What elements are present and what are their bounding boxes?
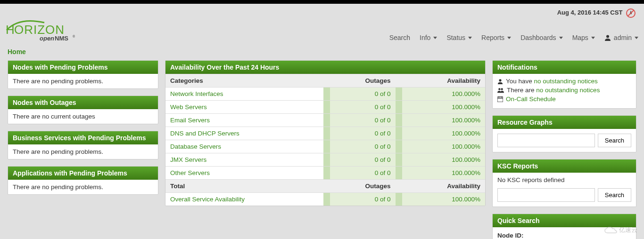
notif-you-link[interactable]: no outstanding notices <box>534 78 598 85</box>
panel-body: There are no current outages <box>8 109 158 124</box>
nav-reports[interactable]: Reports <box>481 34 511 41</box>
nav-maps[interactable]: Maps <box>572 34 595 41</box>
overall-link[interactable]: Overall Service Availability <box>170 196 245 203</box>
nav-admin[interactable]: admin <box>604 34 638 41</box>
overall-outages: 0 of 0 <box>330 193 395 206</box>
logo[interactable]: H ORIZON open NMS ® <box>6 20 81 41</box>
total-label: Total <box>165 180 323 193</box>
panel-availability: Availability Over the Past 24 Hours Cate… <box>165 60 486 206</box>
category-link[interactable]: DNS and DHCP Servers <box>170 130 239 137</box>
svg-text:®: ® <box>73 35 75 38</box>
col-outages: Outages <box>323 74 395 88</box>
chevron-down-icon <box>468 37 472 39</box>
panel-ksc: KSC Reports No KSC reports defined Searc… <box>492 159 636 207</box>
oncall-link[interactable]: On-Call Schedule <box>506 96 556 103</box>
header-datetime-row: Aug 4, 2016 14:45 CST <box>6 7 638 20</box>
chevron-down-icon <box>507 37 511 39</box>
nav-reports-label: Reports <box>481 34 504 41</box>
notif-you-prefix: You have <box>506 78 534 85</box>
category-link[interactable]: Email Servers <box>170 117 210 124</box>
panel-title: Nodes with Outages <box>8 96 158 109</box>
ksc-body: No KSC reports defined <box>493 173 636 183</box>
category-link[interactable]: Web Servers <box>170 104 207 111</box>
category-link[interactable]: Other Servers <box>170 169 210 176</box>
nav-dashboards-label: Dashboards <box>520 34 556 41</box>
chevron-down-icon <box>433 37 437 39</box>
table-total-row: Total Outages Availability <box>165 180 485 193</box>
availability-table: Categories Outages Availability Network … <box>165 74 485 206</box>
category-link[interactable]: JMX Servers <box>170 156 206 163</box>
table-header-row: Categories Outages Availability <box>165 74 485 88</box>
category-link[interactable]: Database Servers <box>170 143 221 150</box>
right-column: Notifications You have no outstanding no… <box>492 60 636 239</box>
nav-info[interactable]: Info <box>420 34 437 41</box>
category-link[interactable]: Network Interfaces <box>170 90 223 97</box>
table-overall-row: Overall Service Availability 0 of 0 100.… <box>165 193 485 206</box>
panel-title: Nodes with Pending Problems <box>8 61 158 74</box>
svg-point-10 <box>501 88 503 90</box>
avail-cell: 100.000% <box>402 88 485 100</box>
svg-text:H: H <box>6 23 15 37</box>
panel-resource-graphs: Resource Graphs Search <box>492 115 636 152</box>
avail-cell: 100.000% <box>402 153 485 166</box>
chevron-down-icon <box>591 37 595 39</box>
svg-point-8 <box>499 79 501 81</box>
nav-admin-label: admin <box>614 34 632 41</box>
header: Aug 4, 2016 14:45 CST H ORIZON open NMS … <box>0 4 644 45</box>
calendar-icon <box>497 96 503 102</box>
total-availability: Availability <box>396 180 485 193</box>
resource-graphs-search-button[interactable]: Search <box>598 134 631 147</box>
datetime-text: Aug 4, 2016 14:45 CST <box>557 9 623 16</box>
outages-cell: 0 of 0 <box>330 167 395 179</box>
nav-maps-label: Maps <box>572 34 588 41</box>
avail-cell: 100.000% <box>402 114 485 127</box>
outages-cell: 0 of 0 <box>330 127 395 140</box>
nav-search-label: Search <box>389 34 410 41</box>
svg-rect-11 <box>497 97 503 102</box>
chevron-down-icon <box>559 37 563 39</box>
notif-oncall-line: On-Call Schedule <box>497 96 631 103</box>
notif-there-prefix: There are <box>507 87 536 94</box>
outages-cell: 0 of 0 <box>330 114 395 127</box>
notif-there-line: There are no outstanding notices <box>497 87 631 94</box>
svg-text:NMS: NMS <box>55 35 68 41</box>
panel-notifications: Notifications You have no outstanding no… <box>492 60 636 109</box>
center-column: Availability Over the Past 24 Hours Cate… <box>165 60 486 206</box>
breadcrumb: Home <box>0 45 644 60</box>
user-icon <box>497 79 503 84</box>
panel-title: Notifications <box>493 61 636 74</box>
overall-avail: 100.000% <box>402 193 485 206</box>
window-top-bar <box>0 0 644 4</box>
ksc-input[interactable] <box>497 188 595 202</box>
table-row: Other Servers 0 of 0 100.000% <box>165 167 485 180</box>
left-column: Nodes with Pending Problems There are no… <box>8 60 158 195</box>
breadcrumb-home[interactable]: Home <box>8 48 26 56</box>
panel-apps-pending: Applications with Pending Problems There… <box>8 166 158 195</box>
panel-title: Resource Graphs <box>493 116 636 129</box>
nav-menu: Search Info Status Reports Dashboards Ma… <box>389 34 638 41</box>
panel-body: There are no pending problems. <box>8 144 158 159</box>
nav-status[interactable]: Status <box>446 34 472 41</box>
outages-cell: 0 of 0 <box>330 88 395 100</box>
nav-search[interactable]: Search <box>389 34 410 41</box>
table-row: DNS and DHCP Servers 0 of 0 100.000% <box>165 127 485 140</box>
avail-cell: 100.000% <box>402 167 485 179</box>
panel-body: There are no pending problems. <box>8 74 158 88</box>
notif-you-line: You have no outstanding notices <box>497 78 631 85</box>
table-row: Web Servers 0 of 0 100.000% <box>165 101 485 114</box>
users-icon <box>497 88 504 93</box>
user-icon <box>604 34 611 41</box>
panel-quick-search: Quick Search Node ID: Search <box>492 214 636 239</box>
panel-nodes-outages: Nodes with Outages There are no current … <box>8 96 158 124</box>
chevron-down-icon <box>635 37 638 39</box>
table-row: JMX Servers 0 of 0 100.000% <box>165 153 485 167</box>
ksc-search-button[interactable]: Search <box>598 188 631 202</box>
resource-graphs-input[interactable] <box>497 134 595 147</box>
nav-info-label: Info <box>420 34 430 41</box>
alarm-icon[interactable] <box>626 8 636 18</box>
avail-cell: 100.000% <box>402 101 485 113</box>
panel-body: There are no pending problems. <box>8 180 158 194</box>
nav-dashboards[interactable]: Dashboards <box>520 34 563 41</box>
notif-there-link[interactable]: no outstanding notices <box>536 87 600 94</box>
avail-cell: 100.000% <box>402 127 485 140</box>
